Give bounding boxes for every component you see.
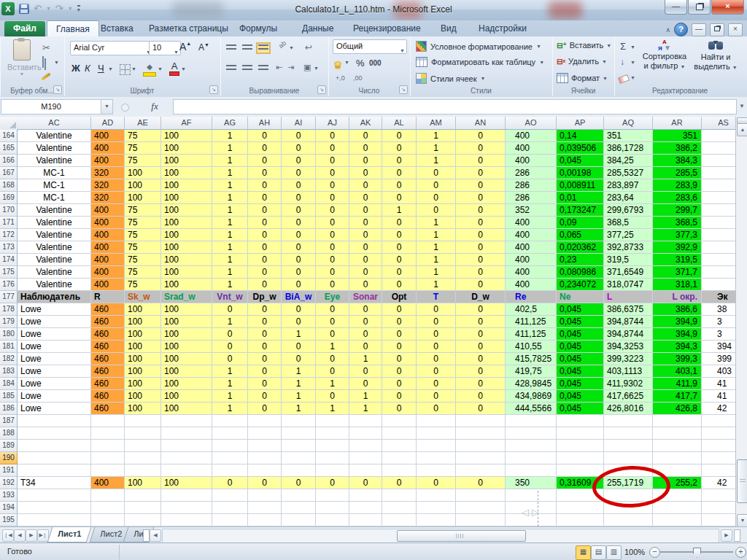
cell-AD194[interactable] bbox=[91, 502, 125, 514]
hscroll-left-icon[interactable]: ◀ bbox=[150, 529, 161, 542]
cell-AO186[interactable]: 444,5566 bbox=[506, 402, 557, 415]
cell-AK185[interactable]: 1 bbox=[349, 390, 382, 402]
cell-AL182[interactable]: 0 bbox=[382, 353, 417, 365]
cell-AH189[interactable] bbox=[248, 440, 282, 452]
cell-AJ176[interactable]: 0 bbox=[316, 279, 349, 291]
cell-AR182[interactable]: 399,3 bbox=[653, 353, 702, 365]
cell-AF176[interactable]: 100 bbox=[161, 279, 212, 291]
cell-AI165[interactable]: 0 bbox=[282, 142, 316, 155]
cell-AG164[interactable]: 1 bbox=[212, 130, 248, 142]
cell-AG165[interactable]: 1 bbox=[212, 142, 248, 155]
cell-AR177[interactable]: L окр. bbox=[653, 291, 702, 303]
cell-AO193[interactable] bbox=[506, 489, 557, 502]
cell-AP167[interactable]: 0,00198 bbox=[557, 167, 604, 179]
row-header-194[interactable]: 194 bbox=[0, 502, 18, 514]
cell-AH187[interactable] bbox=[248, 415, 282, 427]
cell-AR173[interactable]: 392,9 bbox=[653, 241, 702, 254]
cell-AP171[interactable]: 0,09 bbox=[557, 217, 604, 229]
redo-dropdown-icon[interactable]: ▼ bbox=[68, 4, 73, 14]
row-header-192[interactable]: 192 bbox=[0, 477, 18, 489]
cell-AE184[interactable]: 100 bbox=[125, 378, 161, 390]
cell-AI178[interactable]: 0 bbox=[282, 303, 316, 316]
cell-AG184[interactable]: 1 bbox=[212, 378, 248, 390]
cell-AF193[interactable] bbox=[161, 489, 212, 502]
cell-AS165[interactable] bbox=[702, 142, 735, 155]
orientation-dropdown-icon[interactable]: ▼ bbox=[289, 45, 294, 50]
cell-AL172[interactable]: 0 bbox=[382, 229, 417, 241]
cell-AR167[interactable]: 285,5 bbox=[653, 167, 702, 179]
cell-AN175[interactable]: 0 bbox=[456, 266, 506, 279]
cell-AS182[interactable]: 399 bbox=[702, 353, 735, 365]
cell-AH190[interactable] bbox=[248, 452, 282, 464]
cell-AD164[interactable]: 400 bbox=[91, 130, 125, 142]
cell-AR180[interactable]: 394,9 bbox=[653, 328, 702, 341]
cell-AF192[interactable]: 100 bbox=[161, 477, 212, 489]
cell-AK174[interactable]: 0 bbox=[349, 254, 382, 266]
cell-AJ191[interactable] bbox=[316, 464, 349, 477]
cell-AP185[interactable]: 0,045 bbox=[557, 390, 604, 402]
format-cells-button[interactable]: Формат ▼ bbox=[557, 73, 608, 83]
cell-AG189[interactable] bbox=[212, 440, 248, 452]
cell-AC181[interactable]: Lowe bbox=[18, 341, 91, 353]
cell-AM165[interactable]: 1 bbox=[417, 142, 456, 155]
cell-AE187[interactable] bbox=[125, 415, 161, 427]
fill-icon[interactable]: ↓ bbox=[620, 57, 624, 67]
cell-AK194[interactable] bbox=[349, 502, 382, 514]
cell-AM175[interactable]: 1 bbox=[417, 266, 456, 279]
cell-AJ188[interactable] bbox=[316, 427, 349, 440]
cell-AS167[interactable] bbox=[702, 167, 735, 179]
cell-AI164[interactable]: 0 bbox=[282, 130, 316, 142]
cell-AQ170[interactable]: 299,6793 bbox=[604, 204, 653, 217]
cell-AE178[interactable]: 100 bbox=[125, 303, 161, 316]
cell-AL181[interactable]: 0 bbox=[382, 341, 417, 353]
cell-AQ189[interactable] bbox=[604, 440, 653, 452]
cell-AM192[interactable]: 0 bbox=[417, 477, 456, 489]
cell-AP188[interactable] bbox=[557, 427, 604, 440]
cell-AM184[interactable]: 0 bbox=[417, 378, 456, 390]
clear-dropdown-icon[interactable]: ▼ bbox=[630, 75, 635, 80]
scroll-down-icon[interactable]: ▼ bbox=[737, 514, 747, 527]
cell-AF191[interactable] bbox=[161, 464, 212, 477]
cell-AP186[interactable]: 0,045 bbox=[557, 402, 604, 415]
scroll-up-icon[interactable]: ▲ bbox=[737, 123, 747, 136]
cell-AR188[interactable] bbox=[653, 427, 702, 440]
cell-AF179[interactable]: 100 bbox=[161, 316, 212, 328]
cell-AS169[interactable] bbox=[702, 192, 735, 204]
cell-AD169[interactable]: 320 bbox=[91, 192, 125, 204]
cell-AE176[interactable]: 75 bbox=[125, 279, 161, 291]
cell-AI185[interactable]: 1 bbox=[282, 390, 316, 402]
cell-AO184[interactable]: 428,9845 bbox=[506, 378, 557, 390]
minimize-button[interactable]: — bbox=[665, 0, 687, 15]
cell-AL169[interactable]: 0 bbox=[382, 192, 417, 204]
cell-AR179[interactable]: 394,9 bbox=[653, 316, 702, 328]
cell-AC190[interactable] bbox=[18, 452, 91, 464]
row-header-184[interactable]: 184 bbox=[0, 378, 18, 390]
cell-AN165[interactable]: 0 bbox=[456, 142, 506, 155]
cell-AJ170[interactable]: 0 bbox=[316, 204, 349, 217]
cell-AJ194[interactable] bbox=[316, 502, 349, 514]
tab-page-layout[interactable]: Разметка страницы bbox=[140, 20, 237, 36]
cell-AH192[interactable]: 0 bbox=[248, 477, 282, 489]
cell-AE193[interactable] bbox=[125, 489, 161, 502]
cell-AH195[interactable] bbox=[248, 514, 282, 526]
cell-AH194[interactable] bbox=[248, 502, 282, 514]
cell-AE192[interactable]: 100 bbox=[125, 477, 161, 489]
cell-AE165[interactable]: 75 bbox=[125, 142, 161, 155]
cell-AG190[interactable] bbox=[212, 452, 248, 464]
cell-AL183[interactable]: 0 bbox=[382, 365, 417, 378]
cell-AN184[interactable]: 0 bbox=[456, 378, 506, 390]
cell-AC184[interactable]: Lowe bbox=[18, 378, 91, 390]
alignment-dialog-launcher[interactable]: ↘ bbox=[317, 85, 326, 94]
cell-AG193[interactable] bbox=[212, 489, 248, 502]
cell-AR164[interactable]: 351 bbox=[653, 130, 702, 142]
cell-AR176[interactable]: 318,1 bbox=[653, 279, 702, 291]
cell-AJ177[interactable]: Eye bbox=[316, 291, 349, 303]
cell-AD192[interactable]: 400 bbox=[91, 477, 125, 489]
cell-AS194[interactable] bbox=[702, 502, 735, 514]
cell-AP189[interactable] bbox=[557, 440, 604, 452]
cell-AK191[interactable] bbox=[349, 464, 382, 477]
merge-center-icon[interactable]: ▣ bbox=[303, 63, 311, 72]
cell-AO168[interactable]: 286 bbox=[506, 179, 557, 192]
cell-AH174[interactable]: 0 bbox=[248, 254, 282, 266]
cell-AG183[interactable]: 1 bbox=[212, 365, 248, 378]
